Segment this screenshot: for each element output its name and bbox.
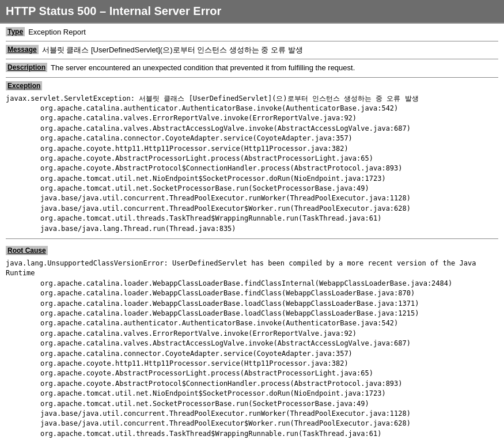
divider-3: [6, 77, 498, 78]
exception-section: Exception javax.servlet.ServletException…: [6, 81, 498, 235]
trace-line: org.apache.catalina.connector.CoyoteAdap…: [6, 134, 498, 143]
type-row: Type Exception Report: [6, 27, 498, 37]
trace-line: org.apache.coyote.AbstractProcessorLight…: [6, 154, 498, 164]
trace-line: org.apache.coyote.AbstractProtocol$Conne…: [6, 164, 498, 173]
trace-line: java.base/java.util.concurrent.ThreadPoo…: [6, 194, 498, 203]
trace-line: org.apache.tomcat.util.threads.TaskThrea…: [6, 429, 498, 439]
root-cause-section: Root Cause java.lang.UnsupportedClassVer…: [6, 242, 498, 440]
trace-line: javax.servlet.ServletException: 서블릿 클래스 …: [6, 94, 498, 104]
page-title: HTTP Status 500 – Internal Server Error: [6, 5, 498, 18]
title-bar: HTTP Status 500 – Internal Server Error: [0, 0, 504, 24]
trace-line: org.apache.catalina.connector.CoyoteAdap…: [6, 349, 498, 359]
page-wrapper: HTTP Status 500 – Internal Server Error …: [0, 0, 504, 440]
description-label: Description: [6, 63, 47, 72]
trace-line: org.apache.catalina.loader.WebappClassLo…: [6, 289, 498, 298]
trace-line: java.base/java.util.concurrent.ThreadPoo…: [6, 204, 498, 214]
type-value: Exception Report: [28, 27, 86, 37]
divider-4: [6, 238, 498, 239]
exception-trace: javax.servlet.ServletException: 서블릿 클래스 …: [6, 93, 498, 235]
trace-line: org.apache.coyote.AbstractProtocol$Conne…: [6, 379, 498, 389]
exception-heading: Exception: [6, 81, 42, 90]
trace-line: java.base/java.util.concurrent.ThreadPoo…: [6, 419, 498, 428]
trace-line: org.apache.catalina.authenticator.Authen…: [6, 104, 498, 113]
divider-2: [6, 59, 498, 59]
trace-line: org.apache.tomcat.util.net.NioEndpoint$S…: [6, 389, 498, 399]
divider-1: [6, 41, 498, 41]
trace-line: org.apache.catalina.loader.WebappClassLo…: [6, 309, 498, 318]
trace-line: org.apache.catalina.loader.WebappClassLo…: [6, 299, 498, 309]
type-label: Type: [6, 27, 25, 36]
trace-line: org.apache.catalina.valves.AbstractAcces…: [6, 124, 498, 134]
message-value: 서블릿 클래스 [UserDefinedServlet](으)로부터 인스턴스 …: [42, 45, 303, 55]
description-value: The server encountered an unexpected con…: [51, 63, 355, 73]
trace-line: org.apache.catalina.valves.ErrorReportVa…: [6, 329, 498, 339]
message-row: Message 서블릿 클래스 [UserDefinedServlet](으)로…: [6, 45, 498, 55]
root-cause-heading: Root Cause: [6, 246, 48, 255]
content-area: Type Exception Report Message 서블릿 클래스 [U…: [0, 24, 504, 440]
trace-line: java.base/java.lang.Thread.run(Thread.ja…: [6, 224, 498, 234]
trace-line: org.apache.catalina.loader.WebappClassLo…: [6, 279, 498, 289]
trace-line: java.base/java.util.concurrent.ThreadPoo…: [6, 409, 498, 419]
description-row: Description The server encountered an un…: [6, 63, 498, 73]
trace-line: org.apache.catalina.valves.AbstractAcces…: [6, 339, 498, 348]
trace-line: org.apache.catalina.valves.ErrorReportVa…: [6, 113, 498, 123]
trace-line: org.apache.coyote.AbstractProcessorLight…: [6, 369, 498, 378]
trace-line: org.apache.catalina.authenticator.Authen…: [6, 318, 498, 328]
trace-line: org.apache.tomcat.util.net.NioEndpoint$S…: [6, 174, 498, 184]
trace-line: org.apache.tomcat.util.net.SocketProcess…: [6, 399, 498, 409]
trace-line: org.apache.coyote.http11.Http11Processor…: [6, 144, 498, 154]
trace-line: org.apache.tomcat.util.threads.TaskThrea…: [6, 214, 498, 223]
trace-line: java.lang.UnsupportedClassVersionError: …: [6, 259, 498, 279]
trace-line: org.apache.coyote.http11.Http11Processor…: [6, 359, 498, 369]
root-cause-trace: java.lang.UnsupportedClassVersionError: …: [6, 257, 498, 440]
trace-line: org.apache.tomcat.util.net.SocketProcess…: [6, 184, 498, 194]
message-label: Message: [6, 45, 39, 54]
